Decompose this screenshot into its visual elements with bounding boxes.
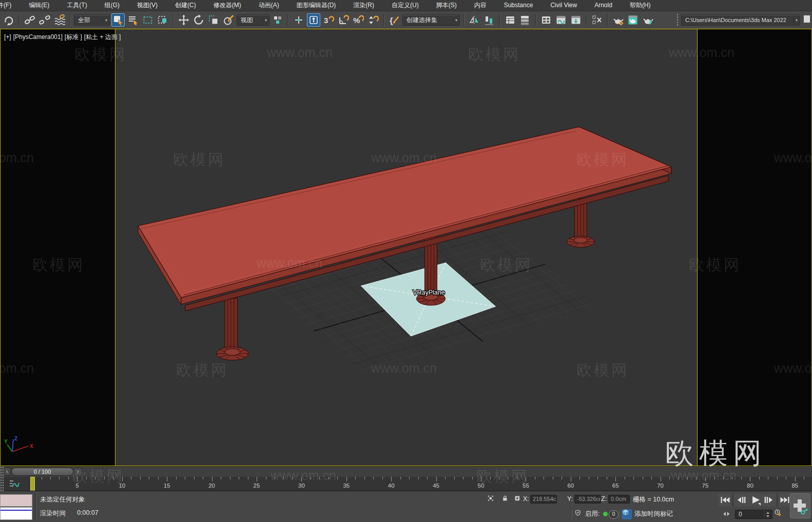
ruler-tick [212, 477, 212, 481]
select-and-place-button[interactable] [222, 13, 235, 27]
time-slider-row[interactable]: ‹ 0 / 100 › [0, 466, 812, 477]
set-key-button[interactable] [790, 493, 810, 518]
current-frame-marker[interactable] [30, 477, 35, 491]
go-to-start-button[interactable] [718, 493, 731, 507]
selection-lock-icon[interactable] [502, 495, 510, 506]
render-setup-button[interactable] [611, 13, 625, 27]
next-frame-button[interactable] [763, 493, 776, 507]
isolate-selection-icon[interactable] [488, 495, 496, 506]
snap-toggle-button[interactable] [307, 13, 320, 27]
x-coordinate-field[interactable]: 218.554cm [530, 495, 557, 504]
schematic-view-button[interactable] [590, 13, 604, 27]
ruler-tick [759, 477, 760, 479]
menu-item-12[interactable]: 内容 [466, 0, 495, 11]
time-slider-prev-button[interactable]: ‹ [4, 468, 11, 476]
select-and-manipulate-button[interactable] [292, 13, 305, 27]
use-pivot-center-button[interactable] [271, 13, 284, 27]
select-by-name-button[interactable] [126, 13, 140, 27]
select-and-rotate-button[interactable] [192, 13, 205, 27]
ribbon-toggle-button[interactable] [539, 13, 553, 27]
menu-item-1[interactable]: 编辑(E) [20, 0, 58, 11]
maxscript-listener-swatch[interactable] [0, 507, 32, 520]
percent-snap-button[interactable]: % [352, 13, 365, 27]
curve-editor-button[interactable] [554, 13, 568, 27]
redo-button[interactable] [2, 13, 15, 27]
layer-explorer-button[interactable] [518, 13, 532, 27]
security-count-badge[interactable]: 0 [609, 510, 618, 519]
time-slider-handle[interactable]: 0 / 100 [11, 468, 73, 476]
menu-item-0[interactable]: 文件(F) [0, 0, 20, 11]
angle-snap-button[interactable] [337, 13, 350, 27]
ruler-tick [714, 477, 715, 479]
select-and-move-button[interactable] [177, 13, 190, 27]
current-frame-field[interactable]: 0 [735, 510, 772, 519]
menu-item-3[interactable]: 组(G) [96, 0, 128, 11]
snap-3d-button[interactable]: 3 [322, 13, 335, 27]
select-and-scale-button[interactable] [207, 13, 220, 27]
play-button[interactable] [747, 493, 763, 507]
trackbar-drag-handle[interactable] [0, 466, 4, 491]
menu-item-14[interactable]: Civil View [542, 0, 586, 11]
viewport-area[interactable]: VRayPlane [+][PhysCamera001][标准 ][粘土 + 边… [0, 29, 812, 466]
project-folder-dropdown[interactable]: C:\Users\Han\Documents\3ds Max 2022▾ [681, 14, 800, 26]
macro-recorder-swatch[interactable] [0, 494, 32, 507]
key-mode-toggle-icon[interactable] [723, 511, 731, 521]
camera-viewport[interactable]: VRayPlane [115, 29, 698, 466]
menu-item-10[interactable]: 自定义(U) [383, 0, 428, 11]
reference-coordsys-dropdown[interactable]: 视图▾ [237, 14, 269, 26]
menu-item-15[interactable]: Arnold [586, 0, 621, 11]
chevron-down-icon[interactable]: ▾ [262, 18, 267, 23]
axis-z-label: Z [14, 436, 17, 441]
time-configuration-icon[interactable] [774, 509, 782, 519]
menu-item-4[interactable]: 视图(V) [128, 0, 166, 11]
previous-frame-button[interactable] [734, 493, 747, 507]
toolbar-drag-handle[interactable] [676, 13, 679, 27]
add-time-tag[interactable]: 添加时间标记 [634, 510, 673, 518]
time-slider-next-button[interactable]: › [74, 468, 82, 476]
time-tag-cube-button[interactable] [622, 509, 632, 519]
frame-spinner[interactable] [764, 511, 771, 518]
menu-item-6[interactable]: 修改器(M) [205, 0, 250, 11]
chevron-down-icon[interactable]: ▾ [793, 18, 798, 23]
menu-item-9[interactable]: 渲染(R) [344, 0, 383, 11]
track-bar-ruler[interactable]: 0510152025303540455055606570758085 [0, 477, 812, 491]
menu-item-2[interactable]: 工具(T) [58, 0, 95, 11]
mirror-button[interactable] [468, 13, 481, 27]
chevron-down-icon[interactable]: ▾ [103, 18, 107, 23]
mini-curve-editor-icon[interactable] [8, 478, 20, 490]
bind-to-spacewarp-button[interactable] [53, 13, 66, 27]
select-and-link-button[interactable] [23, 13, 36, 27]
unlink-selection-button[interactable] [38, 13, 51, 27]
window-crossing-toggle[interactable] [156, 13, 169, 27]
render-production-button[interactable] [641, 13, 654, 27]
spinner-snap-button[interactable] [366, 13, 380, 27]
select-object-button[interactable] [111, 13, 125, 27]
scene-explorer-button[interactable] [504, 13, 517, 27]
menu-item-13[interactable]: Substance [495, 0, 542, 11]
toolbar-separator [463, 14, 465, 26]
menu-item-5[interactable]: 创建(C) [166, 0, 205, 11]
dope-sheet-button[interactable] [569, 13, 583, 27]
viewport-menu-style[interactable]: [标准 ] [65, 33, 82, 41]
menu-item-11[interactable]: 脚本(S) [428, 0, 466, 11]
z-coordinate-field[interactable]: 0.0cm [608, 495, 630, 504]
rectangular-selection-region-button[interactable] [141, 13, 154, 27]
viewport-menu-pov[interactable]: [PhysCamera001] [13, 33, 63, 41]
y-coordinate-field[interactable]: -53.326cm [574, 495, 601, 504]
menu-item-16[interactable]: 帮助(H) [621, 0, 660, 11]
ruler-tick [301, 477, 302, 481]
named-selection-set-dropdown[interactable]: 创建选择集▾ [402, 14, 460, 26]
menu-item-8[interactable]: 图形编辑器(D) [288, 0, 345, 11]
scene-security-shield-icon[interactable] [575, 510, 583, 520]
selection-filter-dropdown[interactable]: 全部▾ [74, 14, 110, 26]
clipped-toolbar-button[interactable] [803, 13, 810, 27]
viewport-menu-shading[interactable]: [粘土 + 边面 ] [84, 33, 121, 41]
align-button[interactable] [482, 13, 496, 27]
scene-canvas[interactable]: VRayPlane [115, 29, 697, 466]
viewport-menu-general[interactable]: [+] [4, 33, 11, 41]
menu-item-7[interactable]: 动画(A) [250, 0, 288, 11]
edit-named-selection-sets-button[interactable]: { [388, 13, 401, 27]
rendered-frame-window-button[interactable] [626, 13, 640, 27]
chevron-down-icon[interactable]: ▾ [453, 18, 457, 23]
absolute-mode-transform-icon[interactable] [514, 495, 523, 506]
